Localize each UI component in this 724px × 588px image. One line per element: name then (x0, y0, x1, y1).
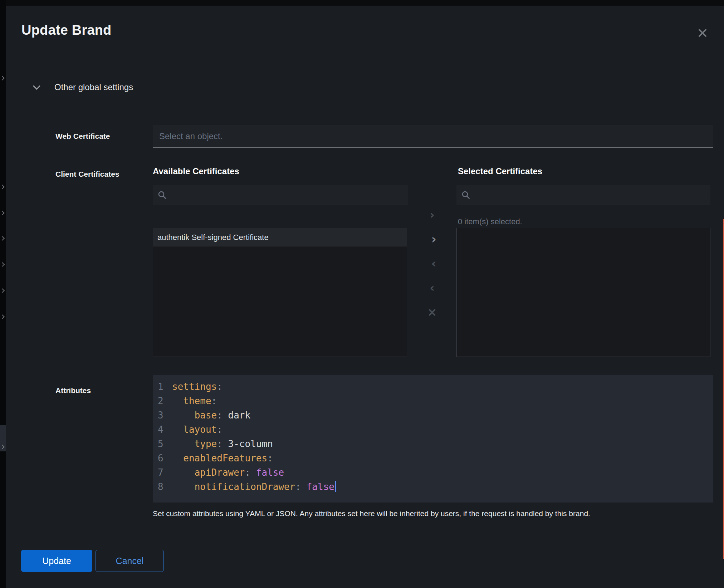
search-icon (461, 191, 470, 199)
attributes-code-editor[interactable]: 1settings:2 theme:3 base: dark4 layout:5… (153, 375, 713, 503)
available-certificates-header: Available Certificates (153, 166, 239, 176)
section-label: Other global settings (54, 82, 133, 92)
chevron-down-icon (33, 82, 40, 89)
available-search-input[interactable] (171, 185, 403, 205)
web-certificate-select[interactable] (153, 125, 713, 148)
other-global-settings-toggle[interactable]: Other global settings (34, 82, 133, 92)
selected-certificates-header: Selected Certificates (458, 166, 542, 176)
close-icon (698, 28, 708, 38)
background-sidebar (0, 0, 6, 588)
update-button[interactable]: Update (21, 550, 92, 572)
chevron-right-icon (0, 211, 5, 215)
update-brand-modal: Update Brand Other global settings Web C… (6, 6, 724, 588)
modal-title: Update Brand (21, 23, 112, 38)
clear-selection-button[interactable]: × (421, 306, 443, 319)
chevron-right-icon (0, 185, 5, 189)
selected-certificates-list (456, 228, 710, 357)
code-line: 7 apiDrawer: false (158, 465, 713, 480)
cancel-button[interactable]: Cancel (96, 550, 164, 572)
code-line: 8 notificationDrawer: false (158, 480, 713, 494)
selected-count-status: 0 item(s) selected. (458, 217, 522, 226)
chevron-right-icon (0, 262, 5, 267)
selected-search-input[interactable] (474, 185, 705, 205)
code-line: 4 layout: (158, 422, 713, 437)
selected-search (456, 185, 710, 205)
text-cursor (335, 481, 336, 492)
move-right-button[interactable]: › (421, 209, 443, 221)
code-lines: 1settings:2 theme:3 base: dark4 layout:5… (158, 379, 713, 494)
code-line: 6 enabledFeatures: (158, 451, 713, 465)
move-all-right-button[interactable]: ›› (421, 233, 443, 246)
code-line: 1settings: (158, 379, 713, 394)
search-icon (158, 191, 166, 199)
chevron-right-icon (0, 314, 5, 319)
code-line: 5 type: 3-column (158, 437, 713, 451)
web-certificate-label: Web Certificate (55, 132, 110, 141)
close-button[interactable] (695, 26, 710, 40)
available-search (153, 185, 408, 205)
move-left-button[interactable]: ‹ (421, 281, 443, 294)
attributes-label: Attributes (55, 386, 91, 395)
chevron-right-icon (0, 236, 5, 241)
dual-list-controls: ›››‹‹‹× (408, 209, 456, 319)
available-certificates-list: authentik Self-signed Certificate (153, 228, 407, 357)
attributes-help-text: Set custom attributes using YAML or JSON… (153, 509, 713, 518)
move-all-left-button[interactable]: ‹‹ (421, 257, 443, 270)
chevron-right-icon (0, 288, 5, 293)
code-line: 3 base: dark (158, 408, 713, 422)
client-certificates-label: Client Certificates (55, 170, 119, 178)
certificate-list-item[interactable]: authentik Self-signed Certificate (153, 228, 407, 247)
code-line: 2 theme: (158, 394, 713, 408)
chevron-right-icon (0, 76, 5, 80)
